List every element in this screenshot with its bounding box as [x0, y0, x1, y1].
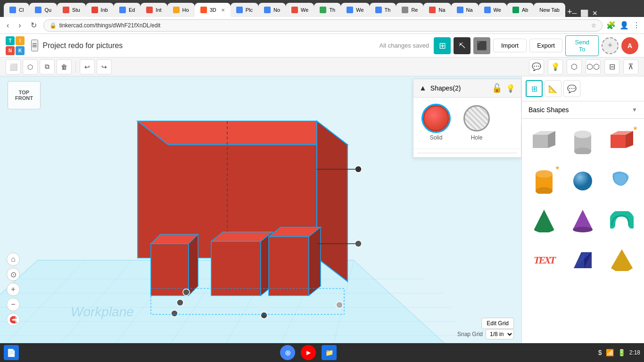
- tab-15[interactable]: Re: [396, 3, 423, 17]
- tab-19[interactable]: Ab: [507, 3, 534, 17]
- ruler-panel-tab[interactable]: 📐: [545, 80, 561, 97]
- align-view-button[interactable]: ⊟: [604, 59, 619, 74]
- address-bar[interactable]: 🔒 tinkercad.com/things/dWhF21fXnDL/edit …: [43, 19, 603, 32]
- small-box-right[interactable]: [269, 227, 316, 296]
- lock-icon: 🔒: [50, 22, 57, 29]
- hamburger-button[interactable]: ≡: [31, 40, 38, 51]
- small-box-mid[interactable]: [211, 232, 268, 296]
- grid-panel-tab[interactable]: ⊞: [526, 80, 543, 97]
- zoom-in-button[interactable]: +: [7, 283, 20, 296]
- clock-display: 2:18: [629, 349, 640, 356]
- pickaxe-button[interactable]: ⛏: [454, 37, 471, 54]
- shape-item-green-pyramid[interactable]: [526, 202, 562, 239]
- edit-grid-button[interactable]: Edit Grid: [481, 318, 514, 329]
- tab-14[interactable]: Th: [370, 3, 396, 17]
- tab-11[interactable]: We: [286, 3, 314, 17]
- tab-4[interactable]: Inb: [86, 3, 114, 17]
- minimize-button[interactable]: ─: [572, 9, 577, 17]
- shape-item-text[interactable]: TEXT: [526, 241, 562, 279]
- transform-button[interactable]: ⬡: [23, 59, 38, 74]
- back-button[interactable]: ‹: [4, 20, 12, 31]
- import-button[interactable]: Import: [493, 39, 527, 52]
- tab-6[interactable]: Int: [140, 3, 167, 17]
- chrome-icon[interactable]: ⊕: [280, 345, 295, 360]
- viewport[interactable]: Workplane TOP FRONT ⌂ ⊙ + − 🧲: [0, 76, 521, 343]
- hole-option[interactable]: Hole: [463, 105, 490, 141]
- shape-item-gray-box[interactable]: [526, 123, 562, 160]
- docs-icon[interactable]: 📄: [4, 345, 19, 360]
- youtube-icon[interactable]: ▶: [301, 345, 316, 360]
- home-button[interactable]: ⌂: [7, 253, 20, 266]
- forward-button[interactable]: ›: [16, 20, 24, 31]
- undo-button[interactable]: ↩: [80, 59, 95, 74]
- tab-17[interactable]: Na: [451, 3, 479, 17]
- red-box-star: ★: [633, 125, 638, 132]
- send-to-button[interactable]: Send To: [565, 35, 599, 56]
- zoom-out-button[interactable]: −: [7, 298, 20, 311]
- lock-icon[interactable]: 🔓: [492, 83, 502, 93]
- tab-16[interactable]: Na: [423, 3, 451, 17]
- profile-icon[interactable]: 👤: [619, 21, 629, 30]
- avatar: A: [621, 37, 638, 54]
- tab-20[interactable]: New Tab: [534, 3, 565, 17]
- address-row: ‹ › ↻ 🔒 tinkercad.com/things/dWhF21fXnDL…: [0, 17, 644, 34]
- workplane-button[interactable]: ⬜: [6, 59, 21, 74]
- restore-button[interactable]: ⬜: [580, 9, 588, 17]
- duplicate-button[interactable]: ⧉: [40, 59, 55, 74]
- magnet-button[interactable]: 🧲: [7, 313, 20, 326]
- shape-item-yellow-pyramid[interactable]: [603, 241, 640, 279]
- shape-item-blue-sphere[interactable]: [564, 162, 601, 200]
- tab-2[interactable]: Qu: [29, 3, 57, 17]
- collapse-button[interactable]: ▲: [419, 84, 427, 92]
- view-cube[interactable]: TOP FRONT: [8, 81, 41, 109]
- fit-button[interactable]: ⊙: [7, 268, 20, 281]
- shape-item-half-torus[interactable]: [603, 202, 640, 239]
- snap-grid-select[interactable]: 1/8 in 1/4 in 1 mm: [486, 329, 514, 339]
- delete-button[interactable]: 🗑: [57, 59, 72, 74]
- shape-item-orange-cylinder[interactable]: ★: [526, 162, 562, 200]
- mirror-view-button[interactable]: ⊼: [623, 59, 638, 74]
- shape-item-gray-cylinder[interactable]: [564, 123, 601, 160]
- redo-button[interactable]: ↪: [97, 59, 112, 74]
- tab-8-active[interactable]: 3D✕: [195, 3, 231, 17]
- tab-5[interactable]: Ed: [114, 3, 140, 17]
- shapes-category-dropdown[interactable]: Basic Shapes ▼: [522, 101, 644, 119]
- black-button[interactable]: ⬛: [473, 37, 490, 54]
- reload-button[interactable]: ↻: [28, 20, 40, 31]
- tab-12[interactable]: Th: [314, 3, 341, 17]
- new-tab-button[interactable]: +: [567, 7, 572, 17]
- files-icon[interactable]: 📁: [322, 345, 337, 360]
- comment-panel-tab[interactable]: 💬: [563, 80, 580, 97]
- shape-item-wavy[interactable]: [603, 162, 640, 200]
- multiselect-view-button[interactable]: ⬡⬡: [586, 59, 601, 74]
- grid-view-button[interactable]: ⊞: [434, 37, 451, 54]
- select-view-button[interactable]: ⬡: [567, 59, 582, 74]
- tab-1[interactable]: Cl: [4, 3, 29, 17]
- small-box-left[interactable]: [151, 234, 196, 296]
- lightbulb-icon[interactable]: 💡: [506, 84, 515, 93]
- tab-9[interactable]: Plc: [231, 3, 258, 17]
- tab-3[interactable]: Stu: [57, 3, 86, 17]
- more-icon[interactable]: ⋮: [633, 21, 640, 30]
- shape-item-blue-prism[interactable]: [564, 241, 601, 279]
- tab-13[interactable]: We: [341, 3, 369, 17]
- tab-18[interactable]: We: [479, 3, 507, 17]
- comment-view-button[interactable]: 💬: [529, 59, 544, 74]
- shape-item-purple-cone[interactable]: [564, 202, 601, 239]
- yellow-pyramid-icon: [610, 248, 634, 272]
- panel-arrow[interactable]: ›: [521, 111, 521, 125]
- close-button[interactable]: ✕: [592, 9, 598, 17]
- solid-option[interactable]: Solid: [423, 105, 449, 141]
- light-view-button[interactable]: 💡: [548, 59, 563, 74]
- extensions-icon[interactable]: 🧩: [606, 21, 616, 30]
- tab-10[interactable]: No: [258, 3, 286, 17]
- bookmark-icon[interactable]: ☆: [591, 22, 596, 29]
- add-user-button[interactable]: +: [602, 37, 619, 54]
- dollar-icon: $: [598, 349, 602, 356]
- shape-item-red-box[interactable]: ★: [603, 123, 640, 160]
- tab-7[interactable]: Ho: [167, 3, 195, 17]
- logo-k: K: [16, 46, 25, 55]
- svg-marker-56: [573, 210, 593, 230]
- svg-marker-23: [189, 234, 198, 296]
- export-button[interactable]: Export: [529, 39, 563, 52]
